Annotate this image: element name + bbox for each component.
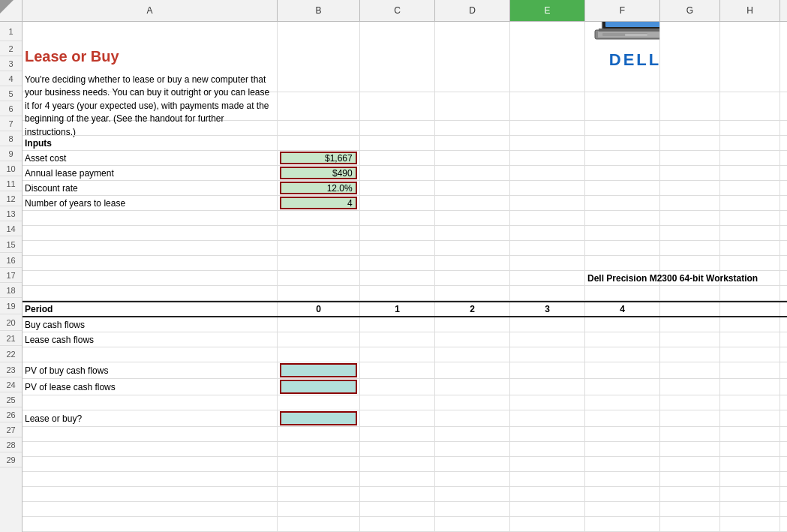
col-header-f[interactable]: F	[585, 0, 660, 21]
cell-a7: Discount rate	[23, 181, 278, 195]
col-header-e[interactable]: E	[510, 0, 585, 21]
col-header-d[interactable]: D	[435, 0, 510, 21]
row-25	[23, 457, 787, 472]
row-8: Number of years to lease 4	[23, 196, 787, 211]
annual-lease-label: Annual lease payment	[25, 168, 114, 179]
cell-g23	[660, 427, 720, 441]
cell-a22: Lease or buy?	[23, 410, 278, 426]
cell-h29	[720, 517, 780, 531]
asset-cost-label: Asset cost	[25, 153, 66, 164]
row-6: Annual lease payment $490	[23, 166, 787, 181]
cell-b6[interactable]: $490	[278, 166, 360, 180]
cell-b8[interactable]: 4	[278, 196, 360, 210]
cell-f12	[585, 256, 660, 270]
row-num-24: 24	[0, 377, 22, 392]
col-header-a[interactable]: A	[23, 0, 278, 21]
cell-c19	[360, 362, 435, 378]
cell-i21	[780, 395, 787, 410]
cell-c27	[360, 487, 435, 501]
row-21	[23, 395, 787, 410]
cell-b5[interactable]: $1,667	[278, 151, 360, 165]
row-num-16: 16	[0, 253, 22, 268]
cell-d24	[435, 442, 510, 456]
cell-e1	[510, 22, 585, 92]
row-num-17: 17	[0, 268, 22, 283]
cell-b20[interactable]	[278, 379, 360, 395]
row-num-5: 5	[0, 86, 22, 101]
cell-b11	[278, 241, 360, 255]
cell-f14	[585, 286, 660, 300]
cell-e20	[510, 379, 585, 395]
cell-c14	[360, 286, 435, 300]
row-3	[23, 121, 787, 136]
cell-g2	[660, 92, 720, 120]
cell-a14	[23, 286, 278, 300]
cell-f4	[585, 136, 660, 150]
col-header-g[interactable]: G	[660, 0, 720, 21]
cell-g6	[660, 166, 720, 180]
row-29	[23, 517, 787, 532]
cell-i27	[780, 487, 787, 501]
cell-e24	[510, 442, 585, 456]
cell-b2	[278, 92, 360, 120]
cell-h13	[720, 271, 780, 285]
cell-f25	[585, 457, 660, 471]
cell-h5	[720, 151, 780, 165]
inputs-label: Inputs	[25, 138, 52, 149]
cell-i9	[780, 211, 787, 225]
row-15: Period 0 1 2 3 4	[23, 301, 787, 317]
cell-a10	[23, 226, 278, 240]
cell-h3	[720, 121, 780, 135]
cell-c16	[360, 317, 435, 332]
cell-e10	[510, 226, 585, 240]
cell-c29	[360, 517, 435, 531]
cell-a24	[23, 442, 278, 456]
cell-f5	[585, 151, 660, 165]
cell-b19[interactable]	[278, 362, 360, 378]
cell-e15: 3	[510, 302, 585, 316]
cell-b7[interactable]: 12.0%	[278, 181, 360, 195]
cell-c13	[360, 271, 435, 285]
cell-b28	[278, 502, 360, 516]
row-11	[23, 241, 787, 256]
cell-a21	[23, 395, 278, 410]
cell-d2	[435, 92, 510, 120]
svg-rect-2	[605, 22, 660, 27]
cell-d4	[435, 136, 510, 150]
cell-c9	[360, 211, 435, 225]
cell-i1	[780, 22, 787, 92]
cell-e27	[510, 487, 585, 501]
cell-f28	[585, 502, 660, 516]
cell-f16	[585, 317, 660, 332]
cell-b22[interactable]	[278, 410, 360, 426]
cell-a18	[23, 347, 278, 362]
cell-b23	[278, 427, 360, 441]
row-num-22: 22	[0, 346, 22, 362]
col-header-h[interactable]: H	[720, 0, 780, 21]
cell-i3	[780, 121, 787, 135]
cell-c20	[360, 379, 435, 395]
cell-f10	[585, 226, 660, 240]
row-num-8: 8	[0, 131, 22, 146]
period-1: 1	[395, 304, 400, 314]
cell-c8	[360, 196, 435, 210]
row-num-2: 2	[0, 41, 22, 56]
cell-d25	[435, 457, 510, 471]
years-label: Number of years to lease	[25, 198, 125, 209]
period-0: 0	[316, 304, 321, 314]
cell-i25	[780, 457, 787, 471]
title: Lease or Buy	[25, 48, 119, 65]
col-header-c[interactable]: C	[360, 0, 435, 21]
row-5: Asset cost $1,667	[23, 151, 787, 166]
col-header-b[interactable]: B	[278, 0, 360, 21]
col-header-i[interactable]: I	[780, 0, 787, 21]
cell-i19	[780, 362, 787, 378]
cell-i5	[780, 151, 787, 165]
cell-g9	[660, 211, 720, 225]
cell-g22	[660, 410, 720, 426]
cell-e7	[510, 181, 585, 195]
row-num-28: 28	[0, 437, 22, 452]
row-23	[23, 427, 787, 442]
cell-h7	[720, 181, 780, 195]
cell-i16	[780, 317, 787, 332]
